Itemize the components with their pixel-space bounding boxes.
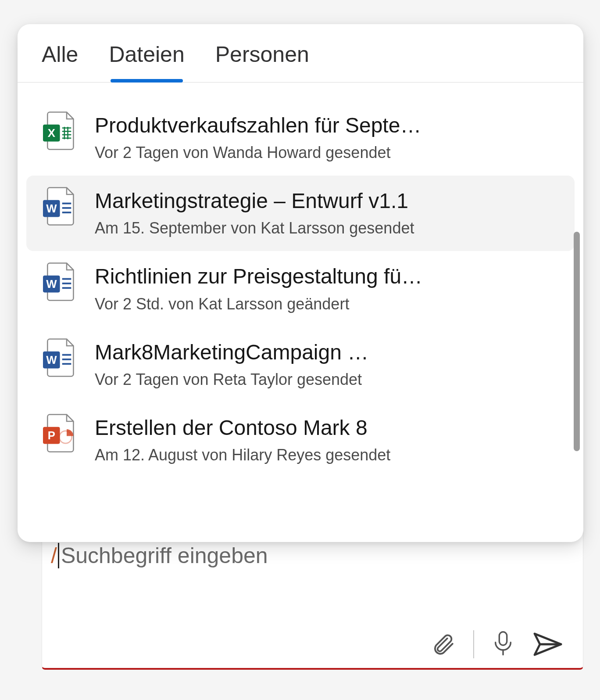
file-list: X Produktverkaufszahlen für Septe…Vor 2 … bbox=[18, 83, 583, 542]
file-item[interactable]: W Marketingstrategie – Entwurf v1.1Am 15… bbox=[26, 176, 575, 251]
excel-file-icon: X bbox=[41, 113, 76, 148]
file-item-title: Marketingstrategie – Entwurf v1.1 bbox=[95, 189, 560, 213]
file-list-wrap: X Produktverkaufszahlen für Septe…Vor 2 … bbox=[18, 83, 583, 542]
action-divider bbox=[473, 630, 474, 658]
svg-text:W: W bbox=[46, 278, 57, 291]
file-item-subtitle: Am 15. September von Kat Larsson gesende… bbox=[95, 218, 560, 238]
file-item-title: Richtlinien zur Preisgestaltung fü… bbox=[95, 264, 560, 288]
compose-placeholder: Suchbegriff eingeben bbox=[61, 543, 268, 568]
tab-people[interactable]: Personen bbox=[215, 42, 309, 82]
file-item-subtitle: Am 12. August von Hilary Reyes gesendet bbox=[95, 445, 560, 465]
file-item[interactable]: W Richtlinien zur Preisgestaltung fü…Vor… bbox=[26, 251, 575, 327]
file-item-title: Erstellen der Contoso Mark 8 bbox=[95, 416, 560, 440]
attach-icon[interactable] bbox=[430, 630, 456, 658]
word-file-icon: W bbox=[41, 264, 76, 299]
file-item-texts: Richtlinien zur Preisgestaltung fü…Vor 2… bbox=[95, 264, 560, 313]
slash-prefix: / bbox=[51, 543, 57, 568]
scrollbar-thumb[interactable] bbox=[574, 232, 580, 451]
send-icon[interactable] bbox=[532, 631, 564, 657]
svg-rect-26 bbox=[499, 632, 507, 645]
word-file-icon: W bbox=[41, 189, 76, 224]
file-item-subtitle: Vor 2 Tagen von Reta Taylor gesendet bbox=[95, 370, 560, 389]
compose-box[interactable]: / Suchbegriff eingeben bbox=[42, 525, 583, 670]
compose-input-line[interactable]: / Suchbegriff eingeben bbox=[51, 543, 564, 568]
tab-all[interactable]: Alle bbox=[42, 42, 78, 82]
svg-text:W: W bbox=[46, 202, 57, 215]
tab-files[interactable]: Dateien bbox=[109, 42, 184, 82]
powerpoint-file-icon: P bbox=[41, 416, 76, 451]
file-item-subtitle: Vor 2 Tagen von Wanda Howard gesendet bbox=[95, 143, 560, 162]
microphone-icon[interactable] bbox=[492, 629, 514, 659]
file-item-texts: Mark8MarketingCampaign …Vor 2 Tagen von … bbox=[95, 340, 560, 389]
svg-text:X: X bbox=[48, 127, 55, 139]
file-item-texts: Produktverkaufszahlen für Septe…Vor 2 Ta… bbox=[95, 113, 560, 162]
file-item[interactable]: X Produktverkaufszahlen für Septe…Vor 2 … bbox=[26, 100, 575, 176]
file-item[interactable]: W Mark8MarketingCampaign …Vor 2 Tagen vo… bbox=[26, 327, 575, 402]
file-item-subtitle: Vor 2 Std. von Kat Larsson geändert bbox=[95, 294, 560, 314]
file-item-title: Produktverkaufszahlen für Septe… bbox=[95, 113, 560, 137]
file-item-texts: Marketingstrategie – Entwurf v1.1Am 15. … bbox=[95, 189, 560, 238]
file-item-title: Mark8MarketingCampaign … bbox=[95, 340, 560, 364]
suggestions-popup: Alle Dateien Personen X Produktverkaufsz… bbox=[18, 24, 583, 542]
text-caret bbox=[58, 543, 59, 568]
svg-text:W: W bbox=[46, 354, 57, 366]
word-file-icon: W bbox=[41, 340, 76, 375]
compose-actions bbox=[51, 629, 564, 659]
svg-text:P: P bbox=[48, 429, 55, 442]
tabs: Alle Dateien Personen bbox=[18, 24, 583, 83]
file-item-texts: Erstellen der Contoso Mark 8Am 12. Augus… bbox=[95, 416, 560, 465]
file-item[interactable]: P Erstellen der Contoso Mark 8Am 12. Aug… bbox=[26, 402, 575, 478]
